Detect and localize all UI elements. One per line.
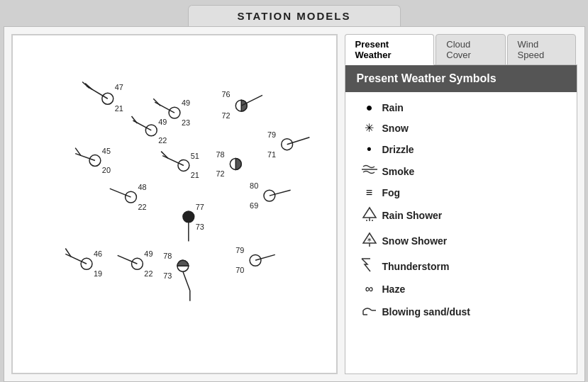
symbol-row-thunderstorm: Thunderstorm (357, 254, 565, 279)
svg-text:79: 79 (235, 246, 244, 254)
svg-text:47: 47 (114, 83, 123, 91)
svg-text:76: 76 (221, 90, 230, 99)
symbol-row-drizzle: • Drizzle (357, 138, 565, 160)
fog-icon: ≡ (357, 186, 382, 199)
svg-text:20: 20 (101, 166, 110, 174)
symbol-row-rain-shower: Rain Shower (357, 203, 565, 228)
svg-text:45: 45 (101, 147, 110, 155)
drizzle-label: Drizzle (382, 144, 414, 155)
map-panel: 47 21 49 23 49 22 (11, 34, 338, 374)
svg-text:78: 78 (216, 150, 224, 159)
svg-point-54 (131, 258, 143, 269)
svg-text:72: 72 (221, 111, 230, 120)
symbol-row-rain: ● Rain (357, 98, 565, 118)
svg-line-8 (153, 99, 160, 106)
smoke-icon (357, 164, 382, 179)
content-area: 47 21 49 23 49 22 (4, 26, 585, 382)
svg-line-2 (85, 83, 92, 89)
svg-text:21: 21 (190, 171, 199, 179)
svg-line-63 (182, 271, 189, 291)
blowing-label: Blowing sand/dust (382, 306, 470, 318)
rain-shower-label: Rain Shower (382, 210, 443, 221)
tab-present-weather[interactable]: Present Weather (345, 34, 435, 65)
haze-label: Haze (382, 283, 406, 295)
svg-line-31 (161, 152, 168, 159)
svg-point-49 (81, 258, 92, 269)
haze-icon: ∞ (357, 283, 382, 296)
rain-icon: ● (357, 101, 382, 114)
thunderstorm-icon (357, 257, 382, 276)
symbol-row-blowing: Blowing sand/dust (357, 299, 565, 325)
svg-text:73: 73 (195, 223, 204, 231)
svg-marker-68 (363, 208, 376, 218)
rain-shower-icon (357, 206, 382, 225)
svg-text:46: 46 (93, 249, 101, 258)
svg-text:22: 22 (138, 203, 146, 211)
smoke-label: Smoke (382, 166, 415, 177)
svg-text:∗: ∗ (367, 236, 372, 243)
svg-text:73: 73 (163, 271, 172, 280)
svg-text:80: 80 (250, 181, 258, 190)
svg-text:49: 49 (144, 249, 152, 258)
svg-text:72: 72 (216, 169, 224, 178)
snow-label: Snow (382, 123, 409, 134)
svg-line-3 (82, 82, 89, 88)
blowing-icon (357, 303, 382, 321)
svg-text:22: 22 (144, 269, 152, 278)
thunderstorm-label: Thunderstorm (382, 261, 450, 272)
symbol-row-snow: ✳ Snow (357, 118, 565, 138)
main-container: STATION MODELS 47 21 (4, 5, 585, 377)
svg-text:71: 71 (267, 150, 275, 159)
symbol-row-snow-shower: ∗ Snow Shower (357, 228, 565, 254)
tab-bar: Present Weather Cloud Cover Wind Speed (345, 34, 577, 65)
svg-line-21 (287, 137, 309, 145)
svg-line-13 (131, 116, 137, 123)
svg-text:70: 70 (235, 266, 244, 274)
svg-text:51: 51 (190, 152, 199, 160)
station-map-svg: 47 21 49 23 49 22 (13, 35, 336, 373)
symbol-list: ● Rain ✳ Snow • Drizzle (345, 92, 577, 330)
snow-shower-icon: ∗ (357, 232, 382, 250)
tab-wind-speed[interactable]: Wind Speed (507, 34, 576, 65)
tab-cloud-cover[interactable]: Cloud Cover (436, 34, 505, 65)
svg-text:21: 21 (114, 104, 123, 113)
svg-text:22: 22 (158, 136, 167, 145)
right-panel: Present Weather Cloud Cover Wind Speed P… (345, 27, 584, 381)
svg-line-25 (75, 154, 95, 161)
svg-text:49: 49 (181, 99, 189, 107)
symbol-row-fog: ≡ Fog (357, 183, 565, 203)
symbol-card: Present Weather Symbols ● Rain ✳ Snow • (345, 64, 577, 374)
svg-text:23: 23 (181, 118, 189, 127)
svg-text:77: 77 (195, 203, 204, 211)
svg-text:79: 79 (267, 130, 275, 139)
symbol-row-smoke: Smoke (357, 160, 565, 183)
rain-label: Rain (382, 102, 404, 113)
drizzle-icon: • (357, 142, 382, 157)
svg-text:78: 78 (163, 252, 172, 260)
svg-text:48: 48 (138, 183, 146, 191)
snow-shower-label: Snow Shower (382, 235, 448, 247)
title-bar: STATION MODELS (188, 5, 401, 26)
symbol-row-haze: ∞ Haze (357, 279, 565, 299)
svg-text:49: 49 (158, 118, 167, 126)
svg-text:69: 69 (250, 201, 258, 210)
symbol-card-header: Present Weather Symbols (345, 65, 577, 92)
svg-point-45 (182, 211, 194, 223)
svg-text:19: 19 (93, 269, 101, 278)
snow-icon: ✳ (357, 121, 382, 135)
fog-label: Fog (382, 187, 401, 198)
